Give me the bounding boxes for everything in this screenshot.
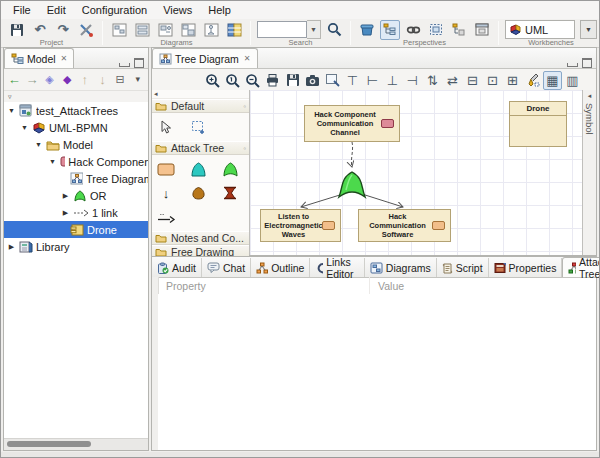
zoom-out-icon[interactable]: [243, 71, 262, 90]
tab-script[interactable]: Script: [437, 258, 489, 277]
tab-links-editor[interactable]: Links Editor: [310, 258, 364, 277]
column-value[interactable]: Value: [370, 280, 404, 292]
move-down-icon[interactable]: ↓: [94, 71, 111, 89]
diagram-type-icon-1[interactable]: [109, 20, 129, 40]
tree-item-project[interactable]: ▼ test_AttackTrees: [4, 102, 148, 119]
save-icon[interactable]: [7, 20, 27, 40]
perspective-model-icon[interactable]: [357, 20, 377, 40]
model-tab-close-icon[interactable]: ✕: [61, 54, 68, 63]
node-drone[interactable]: Drone: [509, 101, 567, 147]
page-layout-icon[interactable]: ▥: [563, 71, 582, 90]
zoom-in-icon[interactable]: [203, 71, 222, 90]
perspective-links-icon[interactable]: [403, 20, 423, 40]
perspective-explorer-icon[interactable]: [380, 20, 400, 40]
tab-model[interactable]: Model ✕: [4, 48, 74, 68]
workbench-combo[interactable]: UML: [505, 20, 575, 39]
perspective-window-icon[interactable]: [472, 20, 492, 40]
diagram-type-icon-4[interactable]: [178, 20, 198, 40]
perspective-audit-icon[interactable]: [449, 20, 469, 40]
same-size-icon[interactable]: ⊟: [463, 71, 482, 90]
tree-item-tree-diagram[interactable]: Tree Diagram: [4, 170, 148, 187]
tab-audit[interactable]: Audit: [152, 258, 202, 277]
node-hack-component[interactable]: Hack Component Communication Channel: [304, 105, 400, 142]
move-up-icon[interactable]: ↑: [77, 71, 94, 89]
symbol-view-strip[interactable]: ◂ Symbol: [582, 90, 596, 255]
symbol-restore-icon[interactable]: ◂: [588, 92, 592, 100]
diagram-type-icon-2[interactable]: [132, 20, 152, 40]
menu-help[interactable]: Help: [200, 2, 239, 18]
center-vertical-icon[interactable]: ⇅: [423, 71, 442, 90]
align-top-icon[interactable]: ⊤: [343, 71, 362, 90]
diagram-type-icon-6[interactable]: [224, 20, 244, 40]
node-listen-waves[interactable]: Listen to Electromagnetic Waves: [260, 209, 341, 242]
expander-icon[interactable]: ▶: [61, 192, 70, 200]
tree-item-link[interactable]: ▶ 1 link: [4, 204, 148, 221]
editor-tab-close-icon[interactable]: ✕: [244, 54, 251, 63]
palette-section-notes[interactable]: Notes and Co...: [152, 231, 249, 245]
align-right-icon[interactable]: ⊣: [403, 71, 422, 90]
select-tool-icon[interactable]: [154, 116, 178, 138]
diagram-type-icon-3[interactable]: [155, 20, 175, 40]
editor-maximize-icon[interactable]: [582, 58, 592, 68]
model-tree-hscrollbar[interactable]: [4, 438, 148, 450]
redo-icon[interactable]: ↷: [53, 20, 73, 40]
and-gate-tool-icon[interactable]: [186, 158, 210, 180]
align-left-icon[interactable]: ⊢: [363, 71, 382, 90]
tab-chat[interactable]: Chat: [202, 258, 251, 277]
refinement-arrow-tool-icon[interactable]: ↓: [154, 182, 178, 204]
tree-item-library[interactable]: ▶ Library: [4, 238, 148, 255]
palette-section-default[interactable]: Default ◦: [152, 99, 249, 113]
perspective-dashboard-icon[interactable]: [426, 20, 446, 40]
model-panel-minimize-icon[interactable]: [119, 63, 130, 67]
expander-icon[interactable]: ▼: [34, 141, 43, 148]
link-tool-icon[interactable]: [154, 206, 178, 228]
node-hack-software[interactable]: Hack Communication Software: [358, 209, 451, 242]
tree-item-hack-component[interactable]: ▼ Hack Component Communication Channel: [4, 153, 148, 170]
tree-item-model-folder[interactable]: ▼ Model: [4, 136, 148, 153]
marquee-tool-icon[interactable]: [186, 116, 210, 138]
history-forward-icon[interactable]: ◆: [59, 71, 76, 89]
tab-attack-tree[interactable]: Attack Tree ✕: [562, 257, 600, 277]
menu-file[interactable]: File: [5, 2, 39, 18]
workbench-drop-icon[interactable]: ▼: [580, 20, 597, 39]
menu-configuration[interactable]: Configuration: [74, 2, 155, 18]
diagram-type-icon-5[interactable]: [201, 20, 221, 40]
snap-icon[interactable]: ⊞: [503, 71, 522, 90]
menu-edit[interactable]: Edit: [39, 2, 74, 18]
attack-node-tool-icon[interactable]: [154, 158, 178, 180]
fit-content-icon[interactable]: ⊡: [483, 71, 502, 90]
expander-icon[interactable]: ▶: [61, 209, 70, 217]
palette-collapse-icon[interactable]: ◂: [152, 90, 249, 99]
tree-item-or[interactable]: ▶ OR: [4, 187, 148, 204]
camera-icon[interactable]: [303, 71, 322, 90]
scrollbar-thumb[interactable]: [7, 441, 91, 447]
editor-minimize-icon[interactable]: [567, 63, 578, 67]
property-table-body[interactable]: [158, 294, 596, 450]
save-image-icon[interactable]: [283, 71, 302, 90]
hourglass-tool-icon[interactable]: [218, 182, 242, 204]
expander-icon[interactable]: ▼: [7, 107, 16, 114]
menu-views[interactable]: Views: [155, 2, 200, 18]
tab-properties[interactable]: Properties: [489, 258, 563, 277]
expander-icon[interactable]: ▼: [48, 158, 57, 165]
format-painter-icon[interactable]: [523, 71, 542, 90]
expander-icon[interactable]: ▼: [20, 124, 29, 131]
tab-tree-diagram[interactable]: Tree Diagram ✕: [152, 48, 258, 68]
diagram-canvas[interactable]: Hack Component Communication Channel Dro…: [250, 90, 582, 255]
search-input[interactable]: [257, 21, 307, 38]
or-gate-tool-icon[interactable]: [218, 158, 242, 180]
pin-icon[interactable]: ◦: [243, 102, 246, 111]
center-horizontal-icon[interactable]: ⇄: [443, 71, 462, 90]
fit-selection-icon[interactable]: [323, 71, 342, 90]
navigate-back-icon[interactable]: ←: [6, 71, 23, 89]
collapse-all-icon[interactable]: ⊟: [112, 71, 129, 89]
palette-section-attack-tree[interactable]: Attack Tree ◦: [152, 141, 249, 155]
tab-outline[interactable]: Outline: [251, 258, 310, 277]
tab-diagrams[interactable]: Diagrams: [365, 258, 437, 277]
align-bottom-icon[interactable]: ⊥: [383, 71, 402, 90]
model-panel-maximize-icon[interactable]: [134, 58, 144, 68]
operation-node-tool-icon[interactable]: [186, 182, 210, 204]
search-icon[interactable]: [324, 20, 344, 40]
navigate-forward-icon[interactable]: →: [24, 71, 41, 89]
undo-icon[interactable]: ↶: [30, 20, 50, 40]
